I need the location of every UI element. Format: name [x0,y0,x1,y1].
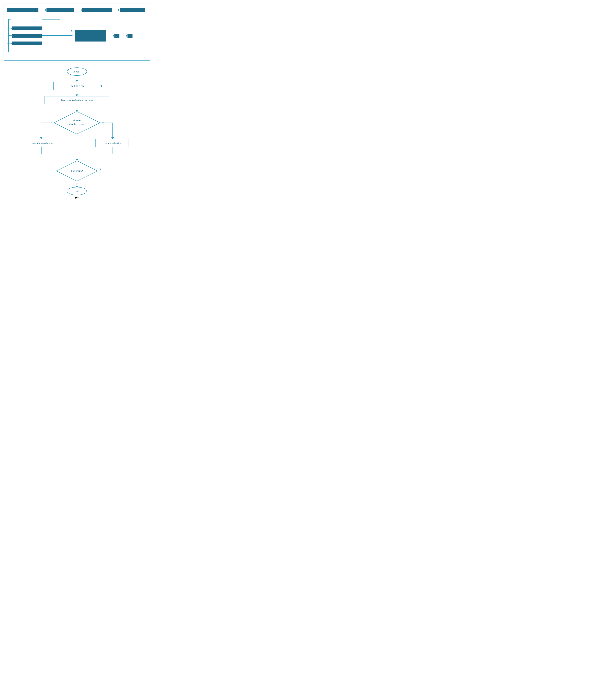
left-box-test [7,42,42,45]
arrow-trained-output [119,35,128,37]
box-trained [114,34,119,38]
box-preprocess [46,8,74,12]
box-training [12,26,42,30]
svg-marker-9 [71,35,73,36]
svg-text:Transport to the detection are: Transport to the detection area [61,99,93,102]
svg-text:Whether: Whether [72,119,81,122]
svg-text:End: End [75,190,79,192]
svg-text:N: N [99,168,101,170]
svg-marker-7 [71,30,73,32]
box-output [128,34,132,38]
arrow-2-3 [74,9,82,11]
flowchart-full [14,199,139,201]
flowchart-svg: Begin Loading a tire Transport to the de… [14,66,139,195]
label-b: (b) [14,196,139,199]
left-box-training [7,26,42,30]
diagram-b-proper: Begin Loading a tire Transport to the de… [14,64,139,199]
box-augment [82,8,112,12]
svg-marker-52 [100,85,102,87]
box-acquire [7,8,39,12]
row1 [7,8,147,12]
box-dataset [120,8,145,12]
svg-text:End of run?: End of run? [71,170,83,172]
svg-text:Remove the tire: Remove the tire [104,142,121,145]
box-test [12,42,42,45]
svg-marker-16 [75,80,78,82]
svg-marker-24 [75,110,78,111]
arrow-3-4 [112,9,120,11]
svg-marker-35 [111,138,114,139]
svg-marker-20 [75,95,78,96]
arrow-yolo-trained [106,35,114,37]
box-yolo [75,30,106,42]
svg-text:Enter the warehouse: Enter the warehouse [31,142,53,145]
svg-text:qualified or not: qualified or not [69,123,85,125]
svg-text:Loading a tire: Loading a tire [69,84,84,87]
svg-marker-32 [40,138,42,139]
diagram-a [4,4,150,61]
svg-text:Begin: Begin [74,70,80,73]
svg-marker-44 [75,159,78,161]
arrow-1-2 [39,9,46,11]
box-validation [12,34,42,38]
left-box-validation [7,34,42,38]
row2 [7,16,147,56]
left-boxes [7,26,42,45]
